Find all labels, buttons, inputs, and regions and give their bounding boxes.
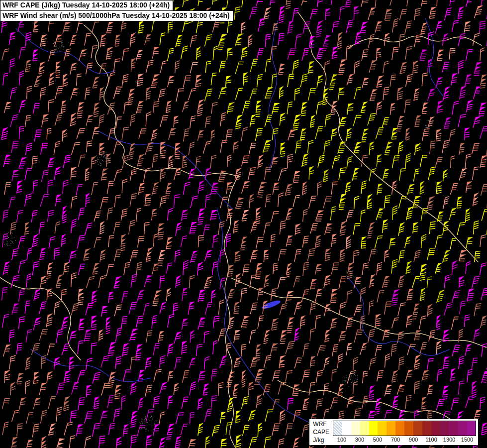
map-title-cape: WRF CAPE (J/kg) Tuesday 14-10-2025 18:00… bbox=[0, 0, 173, 11]
legend-cell bbox=[467, 421, 476, 436]
legend-tick-labels: 100300500700900110013001500 bbox=[333, 436, 476, 444]
legend-colorbar bbox=[333, 421, 476, 436]
legend-cell bbox=[378, 421, 387, 436]
legend-cell bbox=[404, 421, 413, 436]
legend-tick-label: 700 bbox=[391, 437, 400, 443]
map-title-windshear: WRF Wind shear (m/s) 500/1000hPa Tuesday… bbox=[0, 10, 233, 21]
legend-cell bbox=[413, 421, 422, 436]
legend-cell bbox=[449, 421, 458, 436]
legend-cell bbox=[422, 421, 431, 436]
legend-cell bbox=[369, 421, 378, 436]
legend-cell bbox=[342, 421, 351, 436]
legend-cell bbox=[351, 421, 360, 436]
legend-tick-label: 500 bbox=[373, 437, 382, 443]
map-stage: WRF CAPE (J/kg) Tuesday 14-10-2025 18:00… bbox=[0, 0, 487, 448]
weather-map-canvas bbox=[0, 0, 487, 448]
legend-cell bbox=[431, 421, 440, 436]
legend-cell bbox=[360, 421, 369, 436]
legend-tick-label: 1500 bbox=[461, 437, 473, 443]
legend-tick-label: 100 bbox=[337, 437, 346, 443]
legend-tick-label: 1300 bbox=[443, 437, 455, 443]
legend-cell bbox=[458, 421, 467, 436]
legend-cell bbox=[440, 421, 449, 436]
legend-labels: WRF CAPE J/kg bbox=[311, 421, 333, 444]
legend-cell bbox=[387, 421, 395, 436]
legend-tick-label: 1100 bbox=[425, 437, 437, 443]
map-titles: WRF CAPE (J/kg) Tuesday 14-10-2025 18:00… bbox=[0, 0, 233, 21]
legend-tick-label: 300 bbox=[355, 437, 364, 443]
legend-model-label: WRF bbox=[313, 421, 329, 428]
legend-tick-label: 900 bbox=[409, 437, 418, 443]
legend-cell bbox=[333, 421, 342, 436]
weather-map-page: { "titles": { "line1": "WRF CAPE (J/kg) … bbox=[0, 0, 487, 448]
legend-cell bbox=[395, 421, 404, 436]
legend-scale: 100300500700900110013001500 bbox=[333, 421, 476, 444]
cape-legend: WRF CAPE J/kg 10030050070090011001300150… bbox=[309, 419, 479, 446]
legend-param-label: CAPE bbox=[313, 429, 329, 436]
legend-unit-label: J/kg bbox=[313, 437, 329, 444]
